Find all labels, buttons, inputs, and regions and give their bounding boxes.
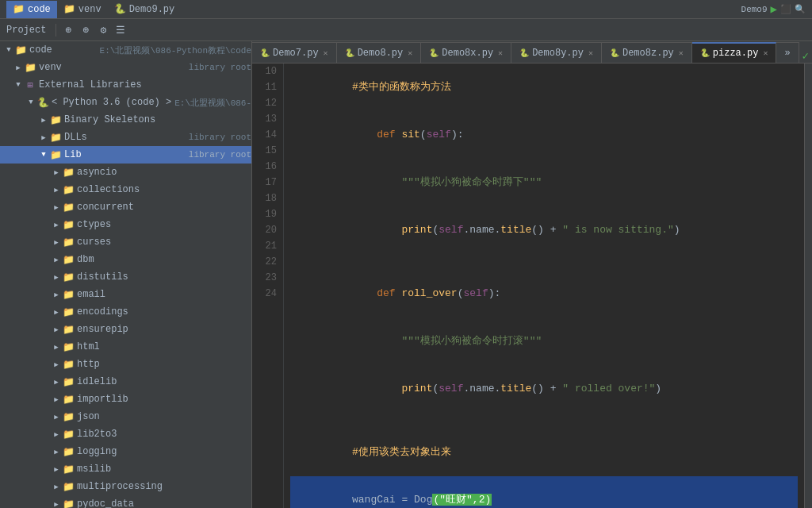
sidebar-item-json[interactable]: ▶ 📁 json <box>0 408 251 425</box>
sidebar-item-distutils[interactable]: ▶ 📁 distutils <box>0 268 251 286</box>
title-tab-code[interactable]: 📁 code <box>6 1 57 18</box>
title-bar-right: Demo9 ▶ ⬛ 🔍 <box>741 2 806 16</box>
python36-path: E:\北盟视频\086-Pyth... <box>174 97 252 109</box>
title-tab-code-label: code <box>28 4 51 15</box>
sidebar-item-ctypes[interactable]: ▶ 📁 ctypes <box>0 216 251 233</box>
folder-icon-ensurepip: 📁 <box>62 324 75 336</box>
arrow-right-multiprocessing: ▶ <box>51 483 62 491</box>
sidebar-item-idlelib[interactable]: ▶ 📁 idlelib <box>0 373 251 391</box>
py-icon-d7: 🐍 <box>260 48 270 58</box>
toolbar-add2-btn[interactable]: ⊕ <box>77 21 94 39</box>
sidebar-item-binary-skeletons[interactable]: ▶ 📁 Binary Skeletons <box>0 111 251 129</box>
run-button[interactable]: ▶ <box>771 2 777 16</box>
green-check-icon: ✓ <box>802 49 809 63</box>
sidebar-item-curses[interactable]: ▶ 📁 curses <box>0 233 251 251</box>
tab-demo8x[interactable]: 🐍 Demo8x.py ✕ <box>421 42 511 63</box>
sidebar-item-logging[interactable]: ▶ 📁 logging <box>0 443 251 460</box>
sidebar-item-pydoc-data[interactable]: ▶ 📁 pydoc_data <box>0 495 251 508</box>
sidebar-item-lib2to3[interactable]: ▶ 📁 lib2to3 <box>0 425 251 443</box>
toolbar-add-btn[interactable]: ⊕ <box>59 21 77 39</box>
sidebar-item-ensurepip[interactable]: ▶ 📁 ensurepip <box>0 321 251 338</box>
sidebar-item-html[interactable]: ▶ 📁 html <box>0 338 251 356</box>
arrow-right-logging: ▶ <box>51 448 62 456</box>
pydoc-label: pydoc_data <box>77 498 251 508</box>
close-tab-demo8y[interactable]: ✕ <box>588 48 593 58</box>
tab-more[interactable]: » <box>776 42 799 63</box>
close-tab-demo8x[interactable]: ✕ <box>498 48 503 58</box>
sidebar-item-asyncio[interactable]: ▶ 📁 asyncio <box>0 164 251 181</box>
code-line-15: def roll_over(self): <box>290 270 798 318</box>
folder-icon-code: 📁 <box>14 44 27 56</box>
arrow-down-icon: ▼ <box>3 46 14 54</box>
sidebar-item-collections[interactable]: ▶ 📁 collections <box>0 181 251 198</box>
arrow-right-msilib: ▶ <box>51 465 62 474</box>
title-tab-demo9[interactable]: 🐍 Demo9.py <box>108 1 182 18</box>
sidebar-item-lib[interactable]: ▼ 📁 Lib library root <box>0 146 251 164</box>
close-tab-demo8[interactable]: ✕ <box>408 48 412 58</box>
arrow-right-idlelib: ▶ <box>51 378 62 387</box>
code-line-17: print(self.name.title() + " rolled over!… <box>290 365 798 413</box>
sidebar-item-multiprocessing[interactable]: ▶ 📁 multiprocessing <box>0 478 251 495</box>
sidebar-item-ext-libs[interactable]: ▼ ⊞ External Libraries <box>0 76 251 94</box>
arrow-right-icon-venv: ▶ <box>13 64 24 72</box>
sidebar-item-python36[interactable]: ▼ 🐍 < Python 3.6 (code) > E:\北盟视频\086-Py… <box>0 94 251 111</box>
py-icon-d8y: 🐍 <box>519 48 529 58</box>
sidebar-item-http[interactable]: ▶ 📁 http <box>0 356 251 373</box>
tab-demo7-label: Demo7.py <box>273 48 319 59</box>
close-tab-demo8z[interactable]: ✕ <box>679 48 684 58</box>
project-menu[interactable]: Project <box>0 23 52 37</box>
tab-demo8x-label: Demo8x.py <box>442 48 493 59</box>
folder-icon-dlls: 📁 <box>49 132 62 144</box>
arrow-right-dbm: ▶ <box>51 256 62 264</box>
tab-pizza[interactable]: 🐍 pizza.py ✕ <box>692 42 777 63</box>
folder-icon-email: 📁 <box>62 289 75 301</box>
arrow-right-icon-dlls: ▶ <box>38 133 49 142</box>
code-area: 🐍 Demo7.py ✕ 🐍 Demo8.py ✕ 🐍 Demo8x.py ✕ … <box>252 41 812 508</box>
code-lines-area[interactable]: #类中的函数称为方法 def sit(self): """模拟小狗被命令时蹲下"… <box>284 64 804 508</box>
sidebar-item-encodings[interactable]: ▶ 📁 encodings <box>0 303 251 321</box>
arrow-down-icon-ext: ▼ <box>13 81 24 89</box>
distutils-label: distutils <box>77 271 251 283</box>
arrow-down-icon-lib: ▼ <box>38 151 49 159</box>
dlls-label: DLLs <box>64 132 186 143</box>
sidebar-item-dlls[interactable]: ▶ 📁 DLLs library root <box>0 129 251 146</box>
highlight-dog-call: ("旺财",2) <box>432 494 492 506</box>
py-icon-36: 🐍 <box>36 97 49 109</box>
folder-icon-bin: 📁 <box>49 114 62 126</box>
sidebar-item-concurrent[interactable]: ▶ 📁 concurrent <box>0 198 251 216</box>
sidebar-item-dbm[interactable]: ▶ 📁 dbm <box>0 251 251 268</box>
toolbar-menu-btn[interactable]: ☰ <box>112 21 129 39</box>
email-label: email <box>77 289 251 300</box>
folder-icon-http: 📁 <box>62 359 75 371</box>
sidebar-item-importlib[interactable]: ▶ 📁 importlib <box>0 391 251 408</box>
sidebar-item-msilib[interactable]: ▶ 📁 msilib <box>0 460 251 478</box>
sidebar-item-venv[interactable]: ▶ 📁 venv library root <box>0 59 251 76</box>
sidebar-item-code[interactable]: ▼ 📁 code E:\北盟视频\086-Python教程\code <box>0 41 251 59</box>
search-button[interactable]: 🔍 <box>795 4 806 14</box>
close-tab-demo7[interactable]: ✕ <box>324 48 328 58</box>
http-label: http <box>77 359 251 370</box>
tab-demo8z[interactable]: 🐍 Demo8z.py ✕ <box>602 42 692 63</box>
tab-demo8y[interactable]: 🐍 Demo8y.py ✕ <box>511 42 602 63</box>
folder-icon-ctypes: 📁 <box>62 219 75 231</box>
tab-demo7[interactable]: 🐍 Demo7.py ✕ <box>252 42 337 63</box>
tab-demo8[interactable]: 🐍 Demo8.py ✕ <box>337 42 422 63</box>
folder-icon-lib2to3: 📁 <box>62 429 75 441</box>
close-tab-pizza[interactable]: ✕ <box>763 48 768 58</box>
toolbar-settings-btn[interactable]: ⚙ <box>94 21 112 39</box>
title-tab-venv[interactable]: 📁 venv <box>57 1 108 18</box>
right-scrollbar[interactable] <box>804 64 812 508</box>
folder-icon-logging: 📁 <box>62 446 75 458</box>
python36-label: < Python 3.6 (code) > <box>52 97 171 108</box>
sidebar-item-email[interactable]: ▶ 📁 email <box>0 286 251 303</box>
code-content[interactable]: 10 11 12 13 14 15 16 17 18 19 20 21 22 2… <box>252 64 812 508</box>
lib2to3-label: lib2to3 <box>77 429 251 440</box>
arrow-right-json: ▶ <box>51 413 62 421</box>
folder-icon-distutils: 📁 <box>62 271 75 283</box>
folder-icon: 📁 <box>13 3 25 15</box>
debug-button[interactable]: ⬛ <box>780 4 791 14</box>
folder-icon-multiprocessing: 📁 <box>62 481 75 493</box>
tab-bar: 🐍 Demo7.py ✕ 🐍 Demo8.py ✕ 🐍 Demo8x.py ✕ … <box>252 41 812 64</box>
code-line-18 <box>290 413 798 429</box>
folder-icon-json: 📁 <box>62 411 75 423</box>
